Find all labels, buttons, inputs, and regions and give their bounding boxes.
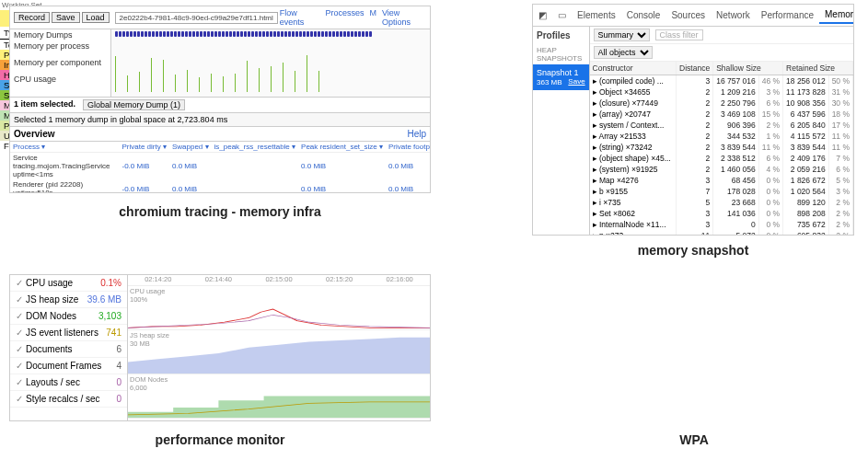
metric-document-frames[interactable]: ✓Document Frames4 <box>10 358 127 374</box>
heap-row[interactable]: ▸ Array ×215332344 5321 %4 115 57211 % <box>590 131 853 142</box>
heap-table[interactable]: Constructor Distance Shallow Size Retain… <box>590 62 853 236</box>
snapshot-save-link[interactable]: Save <box>568 77 584 86</box>
track-label: CPU usage <box>10 74 110 85</box>
col-Process[interactable]: Process ▾ <box>10 142 119 153</box>
selection-count: 1 item selected. <box>14 99 75 110</box>
inspect-icon[interactable]: ◩ <box>533 7 552 23</box>
col-Private dirty[interactable]: Private dirty ▾ <box>119 142 168 153</box>
devtools-tabs: ◩ ▭ Elements Console Sources Network Per… <box>533 5 853 27</box>
summary-select[interactable]: Summary <box>594 29 650 41</box>
col-Private footprint[interactable]: Private footprint ▾ <box>386 142 431 153</box>
tab-console[interactable]: Console <box>621 7 666 23</box>
col-Swapped[interactable]: Swapped ▾ <box>169 142 212 153</box>
heap-30-label: 30 MB <box>130 339 150 348</box>
help-link[interactable]: Help <box>407 129 426 139</box>
heap-chart <box>128 330 430 374</box>
metrics-list: ✓CPU usage0.1%✓JS heap size39.6 MB✓DOM N… <box>10 275 128 420</box>
metric-style-recalcs-sec[interactable]: ✓Style recalcs / sec0 <box>10 391 127 408</box>
heap-row[interactable]: ▸ (system) ×9192521 460 0564 %2 059 2166… <box>590 164 853 175</box>
col-constructor[interactable]: Constructor <box>590 62 677 75</box>
heap-row[interactable]: ▸ b ×91557178 0280 %1 020 5643 % <box>590 186 853 197</box>
heap-label: JS heap size <box>130 331 169 339</box>
performance-monitor-panel: ✓CPU usage0.1%✓JS heap size39.6 MB✓DOM N… <box>9 274 431 421</box>
col-Peak resident_set_size[interactable]: Peak resident_set_size ▾ <box>298 142 386 153</box>
heap-row[interactable]: ▸ Set ×80623141 0360 %898 2082 % <box>590 208 853 219</box>
selection-detail: Selected 1 memory dump in global space a… <box>10 113 430 127</box>
heap-row[interactable]: ▸ Map ×4276368 4560 %1 826 6725 % <box>590 175 853 186</box>
cpu-label: CPU usage <box>130 287 165 295</box>
load-button[interactable]: Load <box>82 12 110 23</box>
heap-row[interactable]: ▸ (closure) ×7744922 250 7966 %10 908 35… <box>590 98 853 109</box>
nodes-chart <box>128 374 430 418</box>
processes-link[interactable]: Processes <box>325 8 364 27</box>
tab-elements[interactable]: Elements <box>572 7 621 23</box>
selection-tab[interactable]: Global Memory Dump (1) <box>83 99 185 110</box>
perf-caption: performance monitor <box>9 432 431 447</box>
profiles-sidebar: Profiles HEAP SNAPSHOTS Snapshot 1 Save … <box>533 27 590 236</box>
heap-row[interactable]: ▸ system / Context... 2906 3962 %6 205 8… <box>590 120 853 131</box>
metric-js-heap-size[interactable]: ✓JS heap size39.6 MB <box>10 292 127 308</box>
memory-table: Process ▾Private dirty ▾Swapped ▾is_peak… <box>10 142 431 193</box>
save-button[interactable]: Save <box>52 12 80 23</box>
metric-dom-nodes[interactable]: ✓DOM Nodes3,103 <box>10 308 127 325</box>
snapshot-name: Snapshot 1 <box>537 68 579 77</box>
col-shallow[interactable]: Shallow Size <box>713 62 783 75</box>
svg-marker-1 <box>128 397 430 419</box>
heap-row[interactable]: ▸ Object ×3465521 209 2163 %11 173 82831… <box>590 86 853 98</box>
nodes-label: DOM Nodes <box>130 375 168 384</box>
heap-row[interactable]: ▸ n ×273115 0720 %605 8322 % <box>590 230 853 236</box>
tracing-toolbar: Record Save Load 2e0222b4-7981-48c9-90ed… <box>10 6 430 29</box>
nodes-6000-label: 6,000 <box>130 384 147 392</box>
metric-layouts-sec[interactable]: ✓Layouts / sec0 <box>10 374 127 391</box>
profiles-heading: Profiles <box>533 27 589 44</box>
col-distance[interactable]: Distance <box>677 62 713 75</box>
overview-heading: Overview <box>14 129 54 139</box>
trace-file-name: 2e0222b4-7981-48c9-90ed-c99a29e7df11.htm… <box>115 12 278 24</box>
tracing-caption: chromium tracing - memory infra <box>9 204 431 219</box>
track-label: Memory per component <box>10 57 110 68</box>
track-label: Memory per process <box>10 40 110 52</box>
tab-sources[interactable]: Sources <box>665 7 711 23</box>
chromium-tracing-panel: Record Save Load 2e0222b4-7981-48c9-90ed… <box>9 6 431 193</box>
metric-cpu-usage[interactable]: ✓CPU usage0.1% <box>10 275 127 292</box>
record-button[interactable]: Record <box>14 12 50 23</box>
metric-documents[interactable]: ✓Documents6 <box>10 341 127 358</box>
class-filter-input[interactable]: Class filter <box>655 29 703 40</box>
perf-charts: 02:14:2002:14:4002:15:0002:15:2002:16:00… <box>128 275 430 420</box>
cpu-chart <box>128 286 430 329</box>
heap-row[interactable]: ▸ InternalNode ×11...300 %735 6722 % <box>590 219 853 230</box>
snapshot-size: 363 MB <box>537 78 562 86</box>
view-options-link[interactable]: View Options <box>382 8 426 27</box>
table-row[interactable]: Servicetracing.mojom.TracingServiceuptim… <box>10 153 431 180</box>
m-link[interactable]: M <box>369 8 376 27</box>
tab-performance[interactable]: Performance <box>756 7 819 23</box>
tracing-canvas[interactable] <box>111 29 430 97</box>
tracing-tracks[interactable]: Memory Dumps Memory per process Memory p… <box>10 29 430 98</box>
heap-snapshots-label: HEAP SNAPSHOTS <box>533 44 589 64</box>
svg-marker-0 <box>128 338 430 374</box>
snapshot-caption: memory snapshot <box>532 243 854 258</box>
heap-row[interactable]: ▸ (string) ×7324223 839 54411 %3 839 544… <box>590 142 853 153</box>
track-label: Memory Dumps <box>10 29 110 40</box>
col-is_peak_rss_resettable[interactable]: is_peak_rss_resettable ▾ <box>212 142 299 153</box>
cpu-100-label: 100% <box>130 295 147 304</box>
snapshot-item[interactable]: Snapshot 1 Save 363 MB <box>533 64 589 90</box>
flow-events-link[interactable]: Flow events <box>280 8 320 27</box>
device-icon[interactable]: ▭ <box>552 7 572 23</box>
metric-js-event-listeners[interactable]: ✓JS event listeners741 <box>10 325 127 341</box>
objects-select[interactable]: All objects <box>594 46 653 59</box>
heap-row[interactable]: ▸ (array) ×2074723 469 10815 %6 437 5961… <box>590 109 853 120</box>
tab-memory[interactable]: Memory <box>819 6 854 24</box>
memory-snapshot-panel: ◩ ▭ Elements Console Sources Network Per… <box>532 4 854 236</box>
wpa-caption: WPA <box>532 432 856 447</box>
heap-row[interactable]: ▸ (object shape) ×45...22 338 5126 %2 40… <box>590 153 853 164</box>
heap-row[interactable]: ▸ (compiled code) ...316 757 01646 %18 2… <box>590 75 853 87</box>
heap-row[interactable]: ▸ i ×735523 6680 %899 1202 % <box>590 197 853 208</box>
table-row[interactable]: Renderer (pid 22208)uptime:518s-0.0 MiB0… <box>10 179 431 193</box>
tab-network[interactable]: Network <box>711 7 756 23</box>
col-retained[interactable]: Retained Size <box>783 62 853 75</box>
